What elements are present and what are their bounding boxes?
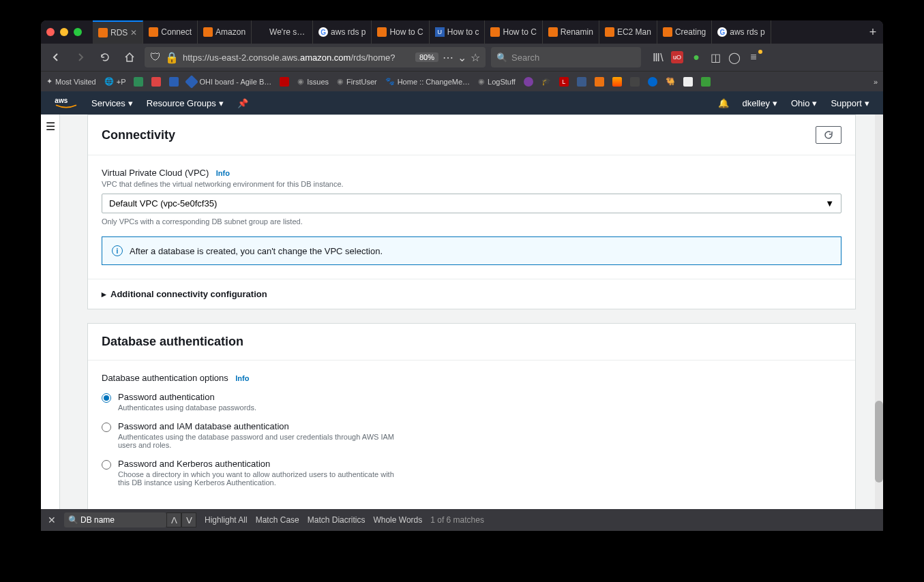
browser-tab[interactable]: Gaws rds p [712, 20, 771, 44]
home-button[interactable] [120, 48, 139, 67]
favicon-icon: U [435, 27, 445, 37]
refresh-button[interactable] [816, 126, 841, 144]
highlight-all-toggle[interactable]: Highlight All [205, 515, 248, 525]
additional-connectivity-toggle[interactable]: ▸ Additional connectivity configuration [88, 279, 855, 309]
menu-icon[interactable]: ≡ [747, 51, 760, 63]
bookmark-item[interactable] [151, 77, 161, 87]
findbar-close[interactable]: ✕ [48, 515, 56, 525]
browser-tab[interactable]: Connect [143, 20, 198, 44]
aws-logo[interactable]: aws [55, 96, 78, 110]
bookmark-item[interactable] [280, 77, 289, 87]
tab-close-icon[interactable]: ✕ [130, 28, 137, 37]
more-icon[interactable]: ⋯ [443, 51, 453, 64]
account-icon[interactable]: ◯ [728, 51, 741, 63]
support-menu[interactable]: Support ▾ [831, 98, 869, 108]
vpc-select[interactable]: Default VPC (vpc-5e0fcf35) ▼ [102, 194, 841, 213]
radio-iam[interactable] [102, 423, 111, 432]
bookmark-item[interactable]: 🎓 [541, 77, 551, 86]
bookmark-firstuser[interactable]: ◉FirstUser [337, 77, 377, 86]
auth-opt3-desc: Choose a directory in which you want to … [118, 470, 404, 487]
find-input[interactable] [64, 512, 166, 527]
radio-kerberos[interactable] [102, 460, 111, 470]
browser-tab[interactable]: EC2 Man [599, 20, 657, 44]
pin-icon[interactable]: 📌 [237, 98, 248, 108]
bookmark-item[interactable] [612, 77, 622, 87]
bookmark-ohi-board[interactable]: OHI board - Agile B… [187, 77, 271, 87]
auth-option-kerberos[interactable]: Password and Kerberos authentication Cho… [102, 459, 841, 487]
paw-icon: 🐾 [385, 77, 395, 86]
bookmark-item[interactable]: 🐫 [666, 77, 675, 86]
browser-tab[interactable]: RDS✕ [93, 20, 143, 44]
window-maximize-button[interactable] [74, 28, 82, 36]
bookmark-logstuff[interactable]: ◉LogStuff [478, 77, 516, 86]
pocket-icon[interactable]: ⌄ [458, 51, 466, 64]
tab-label: Amazon [215, 27, 245, 37]
browser-tab[interactable]: UHow to c [430, 20, 486, 44]
bookmark-item[interactable] [701, 77, 711, 87]
reload-button[interactable] [95, 48, 115, 67]
bookmark-star-icon[interactable]: ☆ [471, 51, 480, 64]
browser-tab[interactable]: How to C [372, 20, 429, 44]
browser-tab[interactable]: Renamin [543, 20, 599, 44]
match-diacritics-toggle[interactable]: Match Diacritics [308, 515, 366, 525]
resource-groups-menu[interactable]: Resource Groups ▾ [147, 98, 224, 108]
find-next-button[interactable]: ᐯ [181, 512, 196, 527]
folder-icon [134, 77, 143, 87]
window-close-button[interactable] [46, 28, 55, 36]
browser-tab[interactable]: Gaws rds p [313, 20, 372, 44]
auth-options-label: Database authentication options [102, 373, 228, 383]
bookmark-item[interactable] [683, 77, 693, 87]
bookmark-item[interactable] [630, 77, 640, 87]
info-link[interactable]: Info [216, 169, 230, 177]
browser-tab[interactable]: Creating [657, 20, 712, 44]
auth-opt1-label: Password authentication [118, 392, 256, 402]
auth-option-iam[interactable]: Password and IAM database authentication… [102, 421, 841, 449]
sidebar-icon[interactable]: ◫ [709, 51, 721, 63]
user-menu[interactable]: dkelley ▾ [743, 98, 777, 108]
chevron-down-icon: ▾ [219, 98, 224, 108]
bookmark-item[interactable] [524, 77, 533, 87]
info-link[interactable]: Info [235, 374, 249, 382]
ublock-icon[interactable]: uO [671, 51, 683, 63]
scrollbar-thumb[interactable] [875, 401, 883, 483]
whole-words-toggle[interactable]: Whole Words [373, 515, 422, 525]
bookmark-item[interactable] [595, 77, 604, 87]
window-minimize-button[interactable] [60, 28, 68, 36]
back-button[interactable] [46, 48, 65, 67]
bookmark-item[interactable]: L [559, 77, 569, 87]
hat-icon: 🎓 [541, 77, 551, 86]
browser-tab[interactable]: How to C [485, 20, 542, 44]
services-menu[interactable]: Services ▾ [91, 98, 133, 108]
radio-password[interactable] [102, 393, 111, 403]
sidebar-toggle[interactable]: ☰ [41, 114, 60, 513]
region-menu[interactable]: Ohio ▾ [791, 98, 817, 108]
folder-icon [151, 77, 161, 87]
bookmark-issues[interactable]: ◉Issues [297, 77, 329, 86]
forward-button[interactable] [71, 48, 90, 67]
bookmark-item[interactable] [169, 77, 179, 87]
auth-option-password[interactable]: Password authentication Authenticates us… [102, 392, 841, 412]
new-tab-button[interactable]: + [863, 25, 883, 40]
bookmark-home-changeme[interactable]: 🐾Home :: ChangeMe… [385, 77, 470, 86]
notifications-icon[interactable]: 🔔 [718, 98, 729, 108]
bookmark-most-visited[interactable]: ✦Most Visited [46, 77, 96, 86]
aws-header: aws Services ▾ Resource Groups ▾ 📌 🔔 dke… [41, 91, 883, 114]
match-case-toggle[interactable]: Match Case [256, 515, 299, 525]
bookmark-item[interactable] [648, 77, 657, 87]
bookmark-item[interactable] [577, 77, 586, 87]
library-icon[interactable]: Ⅲ\ [652, 51, 664, 63]
find-prev-button[interactable]: ᐱ [166, 512, 181, 527]
bookmark-plus-p[interactable]: 🌐+P [104, 77, 126, 86]
zoom-level[interactable]: 80% [415, 52, 438, 62]
connectivity-title: Connectivity [102, 128, 175, 142]
chevron-down-icon: ▾ [773, 98, 777, 108]
bookmark-item[interactable] [134, 77, 143, 87]
browser-tab[interactable]: We're sorry, [252, 20, 313, 44]
search-bar[interactable]: 🔍 Search [491, 47, 641, 67]
bookmarks-overflow[interactable]: » [874, 78, 878, 86]
extension-icon[interactable]: ● [690, 51, 702, 63]
info-icon: i [112, 245, 123, 256]
browser-tab[interactable]: Amazon [198, 20, 252, 44]
url-bar[interactable]: 🛡 🔒 https://us-east-2.console.aws.amazon… [145, 47, 486, 67]
scrollbar-track[interactable] [875, 114, 883, 513]
